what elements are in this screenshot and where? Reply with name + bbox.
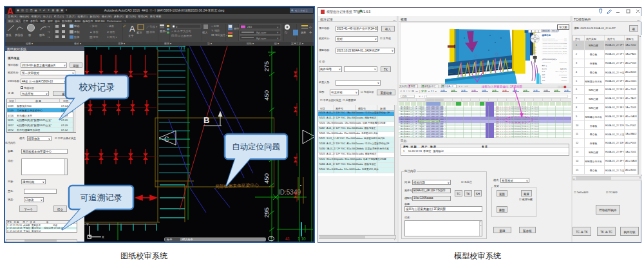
- svg-text:自动定位问题: 自动定位问题: [232, 142, 280, 151]
- svg-text:命令: 命令: [167, 238, 173, 241]
- svg-text:属性信息: 属性信息: [552, 30, 559, 32]
- svg-text:⠿ 阵列 ▾: ⠿ 阵列 ▾: [107, 35, 118, 39]
- svg-text:Assembly Cast unit loading dir: Assembly Cast unit loading direction: [542, 48, 564, 49]
- svg-text:✛: ✛: [309, 30, 312, 34]
- svg-text:✎ 编辑: ✎ 编辑: [211, 29, 220, 32]
- svg-text:名称等: 名称等: [542, 68, 547, 70]
- svg-text:1.79t: 1.79t: [564, 40, 567, 41]
- svg-text:圆: 圆: [28, 34, 31, 37]
- svg-text:⊹: ⊹: [309, 25, 312, 29]
- svg-text:E04A-01_2# 9F: E04A-01_2# 9F: [555, 71, 567, 73]
- svg-text:校对记录: 校对记录: [79, 82, 115, 92]
- svg-text:275: 275: [263, 61, 270, 72]
- svg-text:移动: 移动: [74, 24, 79, 28]
- svg-text:-13.08t: -13.08t: [563, 48, 567, 49]
- svg-text:▪▾: ▪▾: [48, 30, 50, 34]
- svg-text:450: 450: [263, 90, 270, 100]
- svg-text:Assembly Cast unit bottom elev: Assembly Cast unit bottom elevation: [542, 43, 564, 44]
- svg-text:ByLayer: ByLayer: [256, 31, 267, 34]
- svg-text:◦ 镜像: ◦ 镜像: [107, 24, 115, 28]
- svg-text:210: 210: [247, 25, 252, 28]
- svg-text:拉伸: 拉伸: [73, 35, 79, 39]
- svg-text:1070974365: 1070974365: [559, 61, 567, 62]
- svg-text:41: 41: [285, 236, 290, 241]
- svg-text:共Dimensions(aa) ▴: 共Dimensions(aa) ▴: [542, 58, 557, 61]
- svg-text:⌖ 创建: ⌖ 创建: [211, 24, 219, 28]
- svg-text:126t: 126t: [564, 38, 567, 39]
- svg-text:Assembly Cast unit finish: Assembly Cast unit finish: [542, 53, 558, 54]
- svg-text:1 10: 1 10: [298, 236, 306, 241]
- svg-text:测量: 测量: [301, 31, 306, 34]
- svg-text:标注: 标注: [137, 31, 142, 35]
- svg-text:键入命令: 键入命令: [182, 238, 194, 241]
- svg-text:700mm: 700mm: [562, 77, 567, 79]
- svg-text:C: C: [164, 136, 169, 143]
- svg-text:A: A: [129, 24, 135, 34]
- svg-text:╱ 引线 ▾: ╱ 引线 ▾: [146, 25, 158, 29]
- svg-text:14x700mm: 14x700mm: [559, 74, 567, 76]
- svg-text:○ 旋转: ○ 旋转: [90, 24, 98, 28]
- svg-text:▲ 修剪: ▲ 修剪: [90, 30, 99, 34]
- svg-text:Assembly Cast unit position co: Assembly Cast unit position code: [542, 50, 562, 52]
- svg-text:🖉: 🖉: [123, 24, 126, 28]
- svg-text:构件 ▴: 构件 ▴: [542, 64, 547, 67]
- svg-text:复制: 复制: [74, 30, 79, 34]
- svg-text:多段线: 多段线: [15, 34, 23, 37]
- svg-text:模型信息: 模型信息: [542, 30, 549, 32]
- svg-text:Assembly Cast unit top elevati: Assembly Cast unit top elevation: [542, 45, 562, 46]
- svg-text:文字: 文字: [128, 34, 134, 37]
- svg-text:直线: 直线: [6, 34, 12, 37]
- svg-text:🗔 🗖 ⛭ 匹配图层: 🗔 🗖 ⛭ 匹配图层: [171, 34, 193, 38]
- svg-text:🗲 🗱 ⚙ 置为当前: 🗲 🗱 ⚙ 置为当前: [171, 30, 191, 33]
- svg-text:模数: 模数: [542, 73, 546, 76]
- svg-text:模型信息: 模型信息: [542, 34, 551, 37]
- svg-text:插入: 插入: [202, 31, 208, 34]
- svg-text:▪▾: ▪▾: [48, 35, 50, 39]
- svg-text:ByLayer: ByLayer: [256, 37, 267, 40]
- svg-text:模板架构: 模板架构: [560, 68, 567, 70]
- svg-text:特性: 特性: [234, 27, 240, 31]
- svg-text:Cast unit dead weight: Cast unit dead weight: [542, 38, 555, 39]
- svg-text:可追溯记录: 可追溯记录: [80, 193, 122, 202]
- svg-text:Assembly Cast unit weight: Assembly Cast unit weight: [542, 40, 558, 41]
- svg-text:AssemblyFloor: AssemblyFloor: [542, 61, 551, 62]
- svg-text:宽度: 宽度: [542, 79, 546, 82]
- svg-text:☷ 编辑属性 ▾: ☷ 编辑属性 ▾: [211, 34, 228, 37]
- svg-text:-41.08: -41.08: [563, 45, 567, 46]
- svg-text:▪▾: ▪▾: [48, 25, 50, 28]
- svg-text:-28712: -28712: [563, 50, 567, 52]
- svg-text:图层▾: 图层▾: [160, 30, 167, 33]
- svg-text:-43.88: -43.88: [563, 43, 567, 44]
- svg-text:200mm: 200mm: [562, 80, 567, 82]
- svg-text:高度: 高度: [542, 76, 546, 79]
- svg-text:▦ 表格: ▦ 表格: [146, 30, 155, 34]
- svg-text:295: 295: [263, 207, 270, 218]
- svg-text:🗘: 🗘: [285, 31, 287, 34]
- svg-text:▦ 缩放: ▦ 缩放: [90, 35, 99, 39]
- svg-text:▰ 圆角: ▰ 圆角: [107, 30, 115, 34]
- svg-text:圆弧: 圆弧: [39, 34, 45, 37]
- svg-text:型号: 型号: [542, 70, 546, 73]
